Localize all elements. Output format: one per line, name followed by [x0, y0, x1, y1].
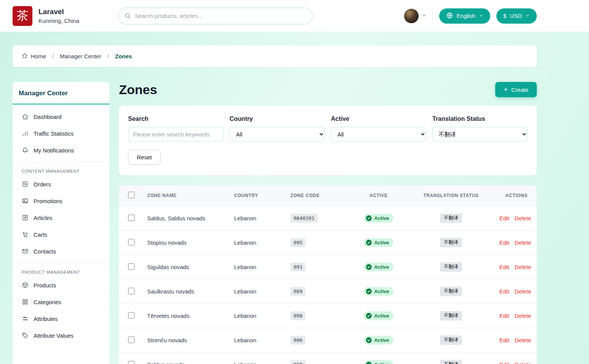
check-circle-icon: [366, 289, 372, 294]
sidebar: Manager Center Dashboard Traffic Statist…: [13, 82, 109, 364]
col-actions: ACTIONS: [495, 185, 537, 206]
sidebar-item-carts[interactable]: Carts: [13, 226, 109, 243]
currency-button[interactable]: $ USD: [496, 8, 537, 24]
zone-code: 095: [290, 238, 305, 247]
edit-link[interactable]: Edit: [499, 239, 509, 246]
sidebar-item-products[interactable]: Products: [13, 277, 109, 293]
col-translation-status: TRANSLATION STATUS: [407, 185, 495, 206]
delete-link[interactable]: Delete: [515, 361, 531, 364]
col-zone-name: ZONE NAME: [143, 185, 230, 206]
edit-link[interactable]: Edit: [499, 288, 509, 295]
table-header-row: ZONE NAME COUNTRY ZONE CODE ACTIVE TRANS…: [119, 185, 537, 206]
package-icon: [22, 282, 29, 289]
header-actions: English $ USD: [404, 8, 537, 24]
delete-link[interactable]: Delete: [515, 313, 531, 319]
table-row: Stopiņu novads Lebanon 095 Active 不翻译 Ed…: [119, 231, 537, 255]
create-button[interactable]: + Create: [495, 82, 537, 97]
zone-country: Lebanon: [230, 231, 286, 255]
delete-link[interactable]: Delete: [515, 288, 531, 295]
row-checkbox[interactable]: [128, 263, 135, 270]
language-button[interactable]: English: [439, 8, 490, 24]
user-menu[interactable]: [404, 9, 427, 23]
row-checkbox[interactable]: [128, 361, 135, 364]
sidebar-item-traffic-statistics[interactable]: Traffic Statistics: [13, 125, 109, 142]
translation-status-badge: 不翻译: [440, 262, 462, 272]
chevron-down-icon: [525, 13, 530, 19]
zone-name: Tērvetes novads: [143, 304, 230, 328]
select-all-checkbox[interactable]: [128, 192, 135, 198]
active-status-badge: Active: [364, 336, 393, 345]
delete-link[interactable]: Delete: [515, 215, 531, 221]
filter-country: Country All: [230, 115, 325, 141]
language-label: English: [457, 13, 475, 19]
sidebar-item-promotions[interactable]: Promotions: [13, 192, 109, 209]
sidebar-item-attributes[interactable]: Attributes: [13, 310, 109, 327]
translation-status-badge: 不翻译: [440, 335, 462, 345]
global-search-input[interactable]: [135, 13, 306, 19]
row-checkbox[interactable]: [128, 312, 135, 319]
edit-link[interactable]: Edit: [499, 264, 509, 270]
tag-icon: [22, 332, 29, 339]
translation-status-select[interactable]: 不翻译: [432, 127, 528, 141]
row-checkbox[interactable]: [128, 215, 135, 221]
app-name: Laravel: [39, 8, 79, 16]
globe-icon: [446, 12, 453, 20]
active-label: Active: [331, 115, 426, 122]
sidebar-item-orders[interactable]: Orders: [13, 176, 109, 192]
sidebar-item-attribute-values[interactable]: Attribute Values: [13, 327, 109, 344]
edit-link[interactable]: Edit: [499, 337, 509, 343]
zone-code: 088: [290, 360, 305, 364]
check-circle-icon: [366, 362, 372, 364]
country-select[interactable]: All: [230, 127, 325, 141]
mail-icon: [22, 248, 29, 255]
app-location: Kunming, China: [39, 18, 79, 24]
user-avatar[interactable]: [404, 9, 419, 23]
bell-icon: [22, 147, 29, 154]
edit-link[interactable]: Edit: [499, 313, 509, 319]
row-checkbox[interactable]: [128, 288, 135, 294]
sidebar-item-my-notifications[interactable]: My Notifications: [13, 142, 109, 159]
zone-country: Lebanon: [230, 353, 286, 364]
active-select[interactable]: All: [331, 127, 426, 141]
search-icon: [124, 12, 131, 19]
sidebar-item-dashboard[interactable]: Dashboard: [13, 108, 109, 125]
breadcrumb-home[interactable]: Home: [22, 53, 46, 60]
edit-link[interactable]: Edit: [499, 361, 509, 364]
col-active: ACTIVE: [350, 185, 407, 206]
global-search[interactable]: [117, 8, 313, 24]
search-keywords-input[interactable]: [128, 127, 223, 141]
zone-name: Strenču novads: [143, 328, 230, 353]
table-row: Siguldas novads Lebanon 091 Active 不翻译 E…: [119, 255, 537, 279]
check-circle-icon: [366, 264, 372, 270]
filter-translation-status: Translation Status 不翻译: [432, 115, 528, 141]
row-checkbox[interactable]: [128, 337, 135, 343]
breadcrumb-manager-center[interactable]: Manager Center: [60, 53, 101, 59]
zone-country: Lebanon: [230, 206, 286, 231]
cart-icon: [22, 231, 29, 238]
active-status-badge: Active: [364, 263, 393, 271]
home-icon: [22, 53, 28, 60]
translation-status-badge: 不翻译: [440, 213, 462, 223]
zone-code: 091: [290, 263, 305, 271]
reset-button[interactable]: Reset: [128, 150, 160, 165]
sidebar-section-product-management: PRODUCT MANAGEMENT: [13, 266, 109, 277]
main-content: Zones + Create Search Country All: [119, 82, 537, 364]
sidebar-item-articles[interactable]: Articles: [13, 209, 109, 226]
delete-link[interactable]: Delete: [515, 239, 531, 246]
zone-code: 098: [290, 311, 305, 320]
grid-icon: [22, 298, 29, 305]
page-title: Zones: [119, 82, 157, 97]
breadcrumb-separator: /: [52, 53, 54, 59]
zone-name: Saldus, Saldus novads: [143, 206, 230, 231]
sidebar-section-content-management: CONTENT MANAGEMENT: [13, 165, 109, 176]
row-checkbox[interactable]: [128, 239, 135, 245]
zone-name: Siguldas novads: [143, 255, 230, 279]
delete-link[interactable]: Delete: [515, 264, 531, 270]
sidebar-item-contacts[interactable]: Contacts: [13, 243, 109, 260]
filter-active: Active All: [331, 115, 426, 141]
sidebar-item-categories[interactable]: Categories: [13, 293, 109, 310]
translation-status-badge: 不翻译: [440, 287, 462, 296]
delete-link[interactable]: Delete: [515, 337, 531, 343]
invoice-icon: [22, 181, 29, 188]
edit-link[interactable]: Edit: [499, 215, 509, 221]
